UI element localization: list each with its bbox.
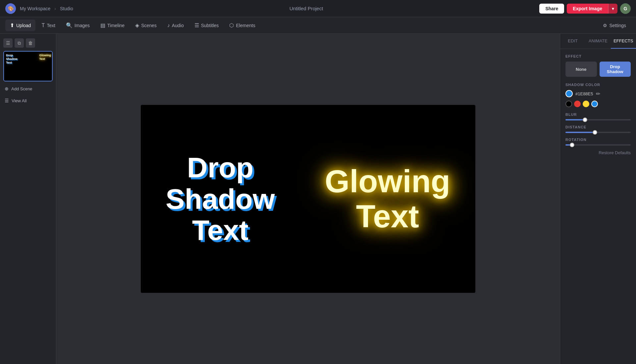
rotation-slider-thumb[interactable]	[570, 143, 574, 147]
studio-label: Studio	[60, 6, 73, 11]
color-hex-value: #1E88E5	[575, 91, 593, 96]
nav-item-subtitles[interactable]: ☰ Subtitles	[190, 20, 224, 31]
nav-settings[interactable]: ⚙ Settings	[598, 20, 631, 31]
nav-label-upload: Upload	[16, 23, 31, 28]
nav-label-settings: Settings	[609, 23, 626, 28]
thumb-glowing-text: GlowingText	[39, 54, 51, 61]
add-scene-icon: ⊕	[5, 86, 9, 91]
workspace-logo: 🎨	[5, 3, 16, 14]
blur-section: BLUR	[565, 113, 631, 120]
preset-black[interactable]	[565, 101, 572, 107]
preset-blue[interactable]	[591, 101, 598, 107]
top-bar-actions: Share Export Image ▾ G	[539, 3, 631, 14]
blur-label: BLUR	[565, 113, 631, 116]
nav-label-subtitles: Subtitles	[201, 23, 219, 28]
tab-animate[interactable]: ANIMATE	[585, 34, 610, 49]
timeline-icon: ▤	[100, 22, 105, 28]
distance-section: DISTANCE	[565, 125, 631, 133]
nav-item-text[interactable]: T Text	[37, 20, 60, 31]
preset-yellow[interactable]	[583, 101, 589, 107]
blur-slider-thumb[interactable]	[583, 117, 587, 122]
nav-label-timeline: Timeline	[107, 23, 125, 28]
scene-controls: ☰ ⧉ 🗑	[0, 36, 56, 50]
view-all-action[interactable]: ☰ View All	[0, 95, 56, 107]
blur-slider-track[interactable]	[565, 119, 631, 120]
effect-section-label: EFFECT	[565, 54, 631, 58]
main-layout: ☰ ⧉ 🗑 DropShadowText GlowingText ⊕ Add S…	[0, 34, 636, 364]
blur-slider-fill	[565, 119, 585, 120]
effect-buttons: None Drop Shadow	[565, 62, 631, 77]
nav-item-elements[interactable]: ⬡ Elements	[225, 20, 260, 31]
tab-edit[interactable]: EDIT	[560, 34, 585, 49]
add-scene-label: Add Scene	[11, 86, 32, 91]
breadcrumb-sep: ›	[54, 6, 56, 11]
scene-delete-button[interactable]: 🗑	[26, 38, 35, 48]
color-presets	[565, 101, 631, 107]
effect-none-button[interactable]: None	[565, 62, 597, 77]
panel-body: EFFECT None Drop Shadow SHADOW COLOR #1E…	[560, 49, 636, 364]
preset-red[interactable]	[574, 101, 581, 107]
rotation-slider-track[interactable]	[565, 144, 631, 146]
sidebar: ☰ ⧉ 🗑 DropShadowText GlowingText ⊕ Add S…	[0, 34, 56, 364]
upload-icon: ⬆	[10, 22, 14, 28]
restore-defaults-button[interactable]: Restore Defaults	[565, 150, 631, 155]
thumb-drop-shadow-text: DropShadowText	[6, 54, 18, 64]
nav-item-timeline[interactable]: ▤ Timeline	[96, 20, 129, 31]
workspace-link[interactable]: My Workspace	[20, 6, 50, 11]
distance-slider-track[interactable]	[565, 132, 631, 133]
scene-copy-button[interactable]: ⧉	[15, 38, 24, 48]
scenes-icon: ◈	[135, 22, 139, 28]
nav-item-audio[interactable]: ♪ Audio	[163, 20, 188, 31]
color-swatch-main[interactable]	[565, 90, 573, 97]
settings-icon: ⚙	[603, 23, 607, 28]
nav-item-upload[interactable]: ⬆ Upload	[5, 20, 35, 31]
export-dropdown-button[interactable]: ▾	[608, 4, 617, 14]
right-panel: EDIT ANIMATE EFFECTS EFFECT None Drop Sh…	[560, 34, 636, 364]
elements-icon: ⬡	[229, 22, 234, 28]
glowing-text[interactable]: GlowingText	[304, 164, 471, 234]
scene-thumb-inner: DropShadowText GlowingText	[4, 52, 53, 81]
nav-item-images[interactable]: 🔍 Images	[61, 20, 94, 31]
color-picker-row: #1E88E5 ✏	[565, 90, 631, 97]
text-icon: T	[41, 23, 45, 28]
nav-label-elements: Elements	[236, 23, 255, 28]
panel-tabs: EDIT ANIMATE EFFECTS	[560, 34, 636, 49]
subtitles-icon: ☰	[194, 22, 199, 28]
images-icon: 🔍	[66, 22, 73, 28]
distance-slider-thumb[interactable]	[593, 130, 597, 135]
user-avatar[interactable]: G	[620, 3, 631, 14]
view-all-label: View All	[12, 98, 26, 103]
export-button[interactable]: Export Image	[567, 4, 608, 14]
audio-icon: ♪	[167, 23, 170, 28]
nav-label-scenes: Scenes	[141, 23, 157, 28]
distance-slider-fill	[565, 132, 595, 133]
top-bar: 🎨 My Workspace › Studio Untitled Project…	[0, 0, 636, 17]
drop-shadow-text[interactable]: DropShadowText	[145, 152, 296, 246]
nav-bar: ⬆ Upload T Text 🔍 Images ▤ Timeline ◈ Sc…	[0, 17, 636, 34]
share-button[interactable]: Share	[539, 4, 564, 14]
canvas-area: DropShadowText GlowingText	[56, 34, 560, 364]
rotation-label: ROTATION	[565, 138, 631, 142]
shadow-color-label: SHADOW COLOR	[565, 83, 631, 87]
nav-label-audio: Audio	[172, 23, 184, 28]
rotation-section: ROTATION	[565, 138, 631, 146]
project-title: Untitled Project	[77, 6, 536, 11]
nav-item-scenes[interactable]: ◈ Scenes	[131, 20, 161, 31]
nav-label-text: Text	[47, 23, 55, 28]
effect-drop-shadow-button[interactable]: Drop Shadow	[600, 62, 631, 77]
scene-thumbnail[interactable]: DropShadowText GlowingText	[3, 51, 53, 81]
view-all-icon: ☰	[5, 98, 9, 103]
distance-label: DISTANCE	[565, 125, 631, 129]
nav-label-images: Images	[75, 23, 90, 28]
tab-effects[interactable]: EFFECTS	[611, 34, 636, 49]
canvas[interactable]: DropShadowText GlowingText	[141, 105, 475, 293]
add-scene-action[interactable]: ⊕ Add Scene	[0, 83, 56, 95]
eyedropper-button[interactable]: ✏	[596, 91, 600, 97]
scene-list-button[interactable]: ☰	[3, 38, 13, 48]
export-btn-group: Export Image ▾	[567, 4, 617, 14]
